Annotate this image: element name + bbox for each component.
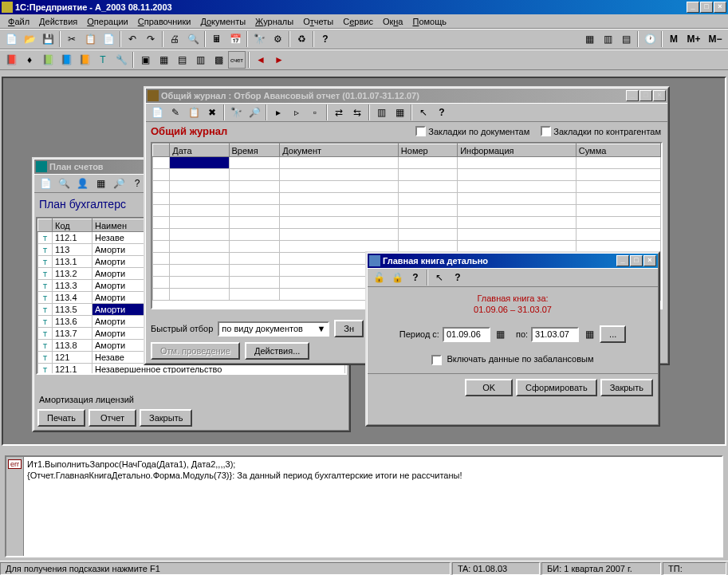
plan-tb-2[interactable]: 🔍 bbox=[55, 175, 73, 192]
plan-tb-4[interactable]: ▦ bbox=[92, 175, 109, 192]
menu-help[interactable]: Помощь bbox=[407, 16, 451, 27]
menu-reports[interactable]: Отчеты bbox=[298, 16, 338, 27]
paste-icon[interactable]: 📄 bbox=[100, 30, 117, 48]
redo-icon[interactable]: ↷ bbox=[142, 30, 159, 48]
plan-tb-1[interactable]: 📄 bbox=[37, 175, 54, 192]
journal-col-header[interactable]: Сумма bbox=[576, 144, 660, 157]
j-tb-g[interactable]: ▦ bbox=[391, 104, 408, 121]
journal-col-header[interactable]: Информация bbox=[458, 144, 576, 157]
j-tb-edit[interactable]: ✎ bbox=[167, 104, 184, 121]
menu-directories[interactable]: Справочники bbox=[133, 16, 196, 27]
table-row[interactable] bbox=[153, 193, 661, 205]
menu-windows[interactable]: Окна bbox=[378, 16, 408, 27]
journal-chk-doc[interactable] bbox=[415, 126, 426, 136]
tb2-13[interactable]: счет bbox=[228, 51, 246, 69]
book-dots-button[interactable]: ... bbox=[600, 325, 626, 343]
journal-col-header[interactable]: Номер bbox=[398, 144, 457, 157]
journal-min-button[interactable]: _ bbox=[626, 90, 639, 101]
journal-chk-contr[interactable] bbox=[541, 126, 551, 136]
icon-b[interactable]: ▥ bbox=[599, 30, 616, 48]
tool-icon[interactable]: ⚙ bbox=[269, 30, 286, 48]
journal-cancel-button[interactable]: Отм. проведение bbox=[151, 342, 240, 360]
menu-actions[interactable]: Действия bbox=[34, 16, 82, 27]
m-button[interactable]: M bbox=[665, 30, 683, 48]
book-from-input[interactable] bbox=[443, 327, 490, 342]
book-form-button[interactable]: Сформировать bbox=[516, 379, 597, 396]
print-icon[interactable]: 🖨 bbox=[166, 30, 183, 48]
j-tb-d[interactable]: ⇄ bbox=[330, 104, 348, 121]
j-tb-copy[interactable]: 📋 bbox=[185, 104, 203, 121]
book-ok-button[interactable]: OK bbox=[465, 379, 513, 396]
table-row[interactable] bbox=[153, 229, 661, 241]
book-tb-help1[interactable]: ? bbox=[407, 269, 424, 286]
plan-tb-3[interactable]: 👤 bbox=[73, 175, 91, 192]
book-offbalance-checkbox[interactable] bbox=[431, 355, 442, 365]
icon-a[interactable]: ▦ bbox=[580, 30, 598, 48]
plan-col-header[interactable] bbox=[38, 219, 53, 232]
j-tb-find[interactable]: 🔭 bbox=[227, 104, 245, 121]
time-icon[interactable]: 🕐 bbox=[641, 30, 659, 48]
maximize-button[interactable]: □ bbox=[700, 2, 713, 13]
j-tb-help[interactable]: ? bbox=[433, 104, 451, 121]
menu-service[interactable]: Сервис bbox=[338, 16, 378, 27]
j-tb-e[interactable]: ⇆ bbox=[348, 104, 366, 121]
journal-close-button[interactable]: × bbox=[653, 90, 666, 101]
m-plus-button[interactable]: M+ bbox=[683, 30, 704, 48]
j-tb-new[interactable]: 📄 bbox=[148, 104, 166, 121]
tb2-4[interactable]: 📘 bbox=[57, 51, 75, 69]
journal-max-button[interactable]: □ bbox=[639, 90, 652, 101]
copy-icon[interactable]: 📋 bbox=[81, 30, 99, 48]
tb2-12[interactable]: ▩ bbox=[210, 51, 227, 69]
j-tb-find2[interactable]: 🔎 bbox=[246, 104, 263, 121]
table-row[interactable] bbox=[153, 217, 661, 229]
book-to-input[interactable] bbox=[531, 327, 579, 342]
journal-filter-select[interactable]: по виду документов▼ bbox=[218, 321, 329, 337]
plan-tb-5[interactable]: 🔎 bbox=[110, 175, 128, 192]
tb2-8[interactable]: ▣ bbox=[136, 51, 154, 69]
tb2-1[interactable]: 📕 bbox=[2, 51, 20, 69]
journal-filter-val-button[interactable]: Зн bbox=[334, 320, 364, 337]
j-tb-cursor[interactable]: ↖ bbox=[415, 104, 432, 121]
menu-operations[interactable]: Операции bbox=[82, 16, 132, 27]
j-tb-a[interactable]: ▸ bbox=[270, 104, 287, 121]
book-tb-cursor[interactable]: ↖ bbox=[431, 269, 448, 286]
menu-documents[interactable]: Документы bbox=[195, 16, 250, 27]
book-max-button[interactable]: □ bbox=[630, 255, 643, 266]
journal-col-header[interactable]: Дата bbox=[170, 144, 229, 157]
table-row[interactable] bbox=[153, 157, 661, 169]
help-icon[interactable]: ? bbox=[317, 30, 334, 48]
tb2-6[interactable]: Т bbox=[94, 51, 112, 69]
journal-titlebar[interactable]: Общий журнал : Отбор Авансовый отчет (01… bbox=[146, 89, 667, 103]
book-tb-2[interactable]: 🔒 bbox=[388, 269, 406, 286]
tb2-3[interactable]: 📗 bbox=[39, 51, 57, 69]
minimize-button[interactable]: _ bbox=[687, 2, 699, 13]
book-min-button[interactable]: _ bbox=[616, 255, 629, 266]
tb2-5[interactable]: 📙 bbox=[76, 51, 93, 69]
msg-text[interactable]: Ит1.ВыполнитьЗапрос(НачГода(Дата1), Дата… bbox=[24, 457, 465, 556]
plan-col-header[interactable]: Код bbox=[53, 219, 92, 232]
plan-report-button[interactable]: Отчет bbox=[89, 409, 136, 427]
journal-col-header[interactable]: Время bbox=[229, 144, 280, 157]
book-close-button[interactable]: × bbox=[643, 255, 656, 266]
save-icon[interactable]: 💾 bbox=[39, 30, 57, 48]
table-row[interactable] bbox=[153, 181, 661, 193]
plan-print-button[interactable]: Печать bbox=[37, 409, 85, 427]
tb2-7[interactable]: 🔧 bbox=[112, 51, 130, 69]
cut-icon[interactable]: ✂ bbox=[63, 30, 81, 48]
book-close-btn[interactable]: Закрыть bbox=[600, 379, 653, 396]
tb2-10[interactable]: ▤ bbox=[173, 51, 191, 69]
tb2-9[interactable]: ▦ bbox=[155, 51, 172, 69]
menu-file[interactable]: Файл bbox=[3, 16, 34, 27]
journal-actions-button[interactable]: Действия... bbox=[245, 342, 309, 360]
undo-icon[interactable]: ↶ bbox=[124, 30, 141, 48]
calendar-icon[interactable]: 📅 bbox=[226, 30, 244, 48]
tb2-2[interactable]: ♦ bbox=[21, 51, 38, 69]
calendar-from-icon[interactable]: ▦ bbox=[494, 327, 508, 341]
j-tb-del[interactable]: ✖ bbox=[203, 104, 221, 121]
menu-journals[interactable]: Журналы bbox=[250, 16, 298, 27]
journal-col-header[interactable] bbox=[153, 144, 170, 157]
plan-close-btn[interactable]: Закрыть bbox=[140, 409, 192, 427]
tb2-14[interactable]: ◄ bbox=[252, 51, 270, 69]
table-row[interactable] bbox=[153, 205, 661, 217]
table-row[interactable] bbox=[153, 169, 661, 181]
